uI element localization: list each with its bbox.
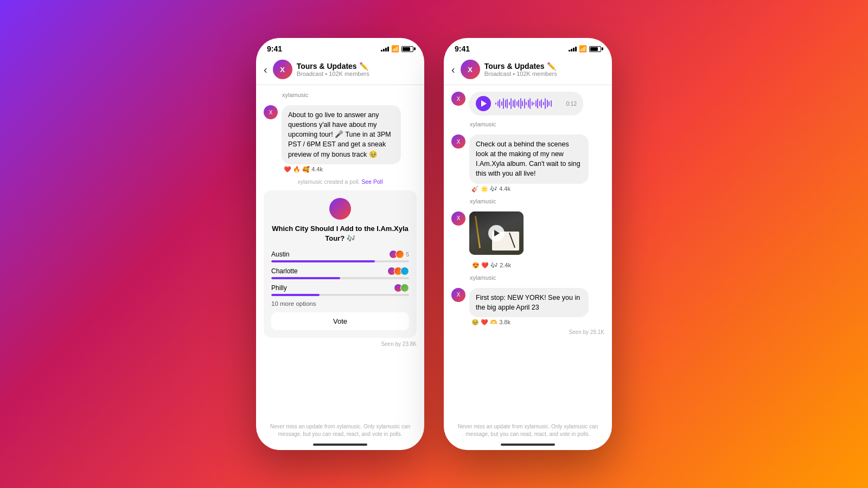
- msg-sender-name-4: xylamusic: [451, 274, 604, 281]
- msg-reactions-video[interactable]: 😍 ❤️ 🎶 2.4k: [451, 262, 604, 269]
- video-play-overlay[interactable]: [488, 225, 505, 241]
- msg-bubble-1: About to go live to answer any questions…: [282, 105, 401, 173]
- poll-question: Which City Should I Add to the I.Am.Xyla…: [271, 224, 409, 243]
- signal-icon: [381, 47, 389, 52]
- wifi-icon: 📶: [391, 45, 399, 53]
- seen-label-2: Seen by 28.1K: [451, 329, 604, 335]
- status-bar-2: 9:41 📶: [444, 38, 612, 56]
- msg-text-1: About to go live to answer any questions…: [282, 105, 401, 164]
- wifi-icon-2: 📶: [579, 45, 587, 53]
- poll-option-philly: Philly: [271, 284, 409, 296]
- home-indicator-2: [444, 444, 612, 450]
- msg-avatar-audio: X: [451, 92, 465, 106]
- footer-note-2: Never miss an update from xylamusic. Onl…: [444, 420, 612, 444]
- status-icons-1: 📶: [381, 45, 413, 53]
- system-msg-1: xylamusic created a poll. See Poll: [264, 178, 417, 185]
- msg-reactions-2[interactable]: 🎸 🌟 🎶 4.4k: [469, 185, 589, 192]
- poll-avatars-charlotte: [387, 267, 409, 275]
- channel-name-1: Tours & Updates ✏️: [297, 62, 417, 70]
- channel-sub-1: Broadcast • 102K members: [297, 70, 417, 77]
- channel-name-2: Tours & Updates ✏️: [484, 62, 604, 70]
- channel-info-1: Tours & Updates ✏️ Broadcast • 102K memb…: [297, 62, 417, 77]
- poll-bar-austin: [271, 260, 375, 262]
- channel-avatar-1: X: [273, 60, 292, 79]
- status-bar-1: 9:41 📶: [256, 38, 424, 56]
- poll-avatar: [329, 198, 351, 220]
- messages-area-2: X: [444, 85, 612, 420]
- battery-icon-2: [589, 46, 601, 52]
- audio-duration: 0:12: [566, 101, 577, 107]
- video-thumbnail[interactable]: [469, 211, 524, 255]
- msg-reactions-ny[interactable]: 🥹 ❤️ 🫶 3.8k: [469, 319, 589, 326]
- seen-label-1: Seen by 23.8K: [264, 341, 417, 347]
- channel-avatar-2: X: [461, 60, 480, 79]
- status-time-2: 9:41: [455, 44, 470, 53]
- poll-card-1: Which City Should I Add to the I.Am.Xyla…: [264, 190, 417, 338]
- chat-header-1: ‹ X Tours & Updates ✏️ Broadcast • 102K …: [256, 56, 424, 85]
- messages-area-1: xylamusic X About to go live to answer a…: [256, 85, 424, 420]
- msg-row-1: X About to go live to answer any questio…: [264, 105, 417, 173]
- poll-more-options: 10 more options: [271, 300, 409, 307]
- home-indicator-1: [256, 444, 424, 450]
- msg-sender-name-2: xylamusic: [451, 121, 604, 127]
- msg-text-ny: First stop: NEW YORK! See you in the big…: [469, 288, 589, 317]
- channel-sub-2: Broadcast • 102K members: [484, 70, 604, 77]
- msg-row-video: X: [451, 211, 604, 255]
- msg-avatar-ny: X: [451, 288, 465, 302]
- waveform: [495, 98, 562, 110]
- msg-sender-name-3: xylamusic: [451, 198, 604, 204]
- status-time-1: 9:41: [267, 44, 282, 53]
- msg-avatar-1: X: [264, 105, 278, 119]
- poll-label-austin: Austin: [271, 251, 289, 258]
- back-button-2[interactable]: ‹: [451, 63, 456, 76]
- msg-row-audio: X: [451, 92, 604, 115]
- poll-avatars-austin: [389, 250, 404, 259]
- msg-avatar-video: X: [451, 211, 465, 226]
- poll-bar-philly: [271, 294, 320, 296]
- chat-header-2: ‹ X Tours & Updates ✏️ Broadcast • 102K …: [444, 56, 612, 85]
- poll-count-austin: 5: [406, 251, 409, 258]
- poll-option-austin: Austin 5: [271, 250, 409, 262]
- audio-message[interactable]: 0:12: [469, 92, 583, 115]
- msg-row-ny: X First stop: NEW YORK! See you in the b…: [451, 288, 604, 326]
- vote-button[interactable]: Vote: [271, 312, 409, 330]
- msg-avatar-2: X: [451, 134, 465, 149]
- channel-info-2: Tours & Updates ✏️ Broadcast • 102K memb…: [484, 62, 604, 77]
- poll-label-philly: Philly: [271, 284, 287, 292]
- msg-reactions-1[interactable]: ❤️ 🔥 🥰 4.4k: [282, 166, 401, 173]
- play-button[interactable]: [476, 96, 491, 111]
- phone-2: 9:41 📶 ‹ X Tours & Updates ✏️ Broadcast …: [444, 38, 612, 450]
- poll-avatars-philly: [394, 284, 409, 292]
- msg-row-2: X Check out a behind the scenes look at …: [451, 134, 604, 192]
- status-icons-2: 📶: [569, 45, 601, 53]
- msg-text-2: Check out a behind the scenes look at th…: [469, 134, 589, 184]
- see-poll-link[interactable]: See Poll: [361, 178, 382, 185]
- msg-content-ny: First stop: NEW YORK! See you in the big…: [469, 288, 589, 326]
- msg-sender-name-1: xylamusic: [264, 92, 417, 98]
- battery-icon: [401, 46, 413, 52]
- back-button-1[interactable]: ‹: [264, 63, 269, 76]
- footer-note-1: Never miss an update from xylamusic. Onl…: [256, 420, 424, 444]
- poll-label-charlotte: Charlotte: [271, 267, 298, 275]
- poll-bar-charlotte: [271, 277, 340, 279]
- phone-1: 9:41 📶 ‹ X Tours & Updates ✏️ Broadcast …: [256, 38, 424, 450]
- signal-icon-2: [569, 47, 577, 52]
- msg-content-2: Check out a behind the scenes look at th…: [469, 134, 589, 192]
- poll-option-charlotte: Charlotte: [271, 267, 409, 279]
